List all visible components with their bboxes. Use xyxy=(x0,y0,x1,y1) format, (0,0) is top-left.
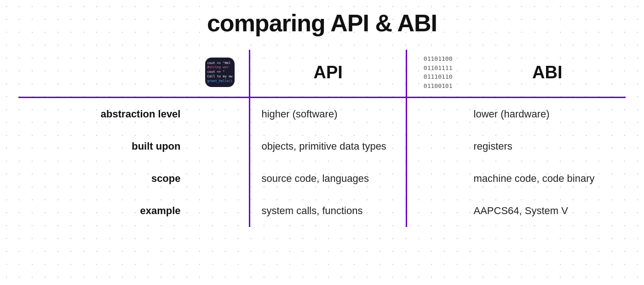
abi-header-label-cell: ABI xyxy=(469,50,626,98)
abi-column-title: ABI xyxy=(478,63,616,82)
table-row: abstraction level higher (software) lowe… xyxy=(18,98,626,130)
api-column-title: API xyxy=(259,63,396,82)
row-api-value-example: system calls, functions xyxy=(250,195,406,227)
row-abi-icon-empty-1 xyxy=(406,130,469,163)
row-api-value-builtupon: objects, primitive data types xyxy=(250,130,406,163)
row-api-icon-empty-0 xyxy=(190,98,249,130)
table-row: scope source code, languages machine cod… xyxy=(18,163,626,195)
table-row: built upon objects, primitive data types… xyxy=(18,130,626,163)
row-api-value-abstraction: higher (software) xyxy=(250,98,406,130)
api-header-label-cell: API xyxy=(250,50,406,98)
page-title: comparing API & ABI xyxy=(18,9,626,37)
row-api-icon-empty-3 xyxy=(190,195,249,227)
comparison-table: cout << "Hel #string wor cout << " Call … xyxy=(18,50,626,227)
row-label-example: example xyxy=(18,195,190,227)
api-code-lines: cout << "Hel #string wor cout << " Call … xyxy=(207,61,233,84)
row-abi-value-builtupon: registers xyxy=(469,130,626,163)
row-abi-value-abstraction: lower (hardware) xyxy=(469,98,626,130)
api-icon-cell: cout << "Hel #string wor cout << " Call … xyxy=(190,50,249,98)
main-container: comparing API & ABI cout << "Hel #string… xyxy=(0,0,644,285)
row-abi-icon-empty-3 xyxy=(406,195,469,227)
table-header-row: cout << "Hel #string wor cout << " Call … xyxy=(18,50,626,98)
abi-icon-cell: 01101100 01101111 01110110 01100101 xyxy=(406,50,469,98)
row-api-value-scope: source code, languages xyxy=(250,163,406,195)
row-abi-value-scope: machine code, code binary xyxy=(469,163,626,195)
row-abi-value-example: AAPCS64, System V xyxy=(469,195,626,227)
row-abi-icon-empty-0 xyxy=(406,98,469,130)
comparison-table-wrapper: cout << "Hel #string wor cout << " Call … xyxy=(18,50,626,227)
row-api-icon-empty-2 xyxy=(190,163,249,195)
row-label-abstraction: abstraction level xyxy=(18,98,190,130)
row-abi-icon-empty-2 xyxy=(406,163,469,195)
row-label-scope: scope xyxy=(18,163,190,195)
api-code-icon: cout << "Hel #string wor cout << " Call … xyxy=(205,58,235,87)
row-label-builtupon: built upon xyxy=(18,130,190,163)
table-row: example system calls, functions AAPCS64,… xyxy=(18,195,626,227)
row-api-icon-empty-1 xyxy=(190,130,249,163)
abi-binary-icon: 01101100 01101111 01110110 01100101 xyxy=(416,54,460,90)
header-empty-cell xyxy=(18,50,190,98)
